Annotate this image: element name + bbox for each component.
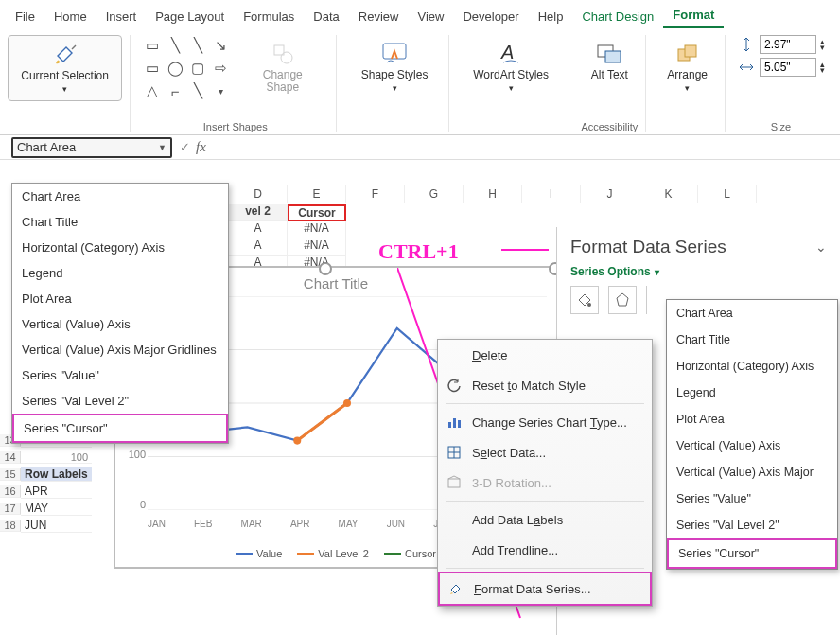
shape-styles-button[interactable]: Shape Styles ▾ <box>348 35 441 99</box>
dropdown-item[interactable]: Vertical (Value) Axis Major <box>667 459 837 485</box>
dropdown-item[interactable]: Series "Value" <box>667 485 837 512</box>
tab-page-layout[interactable]: Page Layout <box>146 6 234 27</box>
context-menu-item[interactable]: Reset to Match Style <box>438 370 652 400</box>
dropdown-item[interactable]: Horizontal (Category) Axis <box>667 353 837 379</box>
wordart-styles-button[interactable]: A WordArt Styles ▾ <box>461 35 562 99</box>
dropdown-item[interactable]: Series "Val Level 2" <box>12 388 228 414</box>
cell[interactable]: 100 <box>21 451 92 464</box>
line-icon[interactable]: ╲ <box>165 35 185 56</box>
name-box[interactable]: Chart Area ▼ <box>11 137 172 158</box>
tab-help[interactable]: Help <box>529 6 573 27</box>
dropdown-item[interactable]: Series "Val Level 2" <box>667 512 837 538</box>
dropdown-item[interactable]: Series "Cursor" <box>12 414 228 443</box>
cell[interactable]: #N/A <box>288 221 346 238</box>
line2-icon[interactable]: ╲ <box>187 35 208 56</box>
fx-icon[interactable]: ✓ <box>180 140 190 154</box>
cell[interactable]: JUN <box>21 519 92 533</box>
series-options-dropdown[interactable]: Chart AreaChart TitleHorizontal (Categor… <box>666 299 838 570</box>
dropdown-item[interactable]: Horizontal (Category) Axis <box>12 235 228 260</box>
context-menu-item[interactable]: Delete <box>438 340 652 370</box>
cell[interactable]: #N/A <box>288 238 346 256</box>
dropdown-item[interactable]: Plot Area <box>12 286 228 311</box>
dropdown-item[interactable]: Series "Value" <box>12 362 228 388</box>
dropdown-item[interactable]: Vertical (Value) Axis <box>667 432 837 459</box>
dropdown-item[interactable]: Series "Cursor" <box>667 538 837 569</box>
tab-chart-design[interactable]: Chart Design <box>572 6 663 27</box>
spinner-icon[interactable]: ▴▾ <box>820 62 825 74</box>
elbow-icon[interactable]: ⌐ <box>165 80 185 101</box>
tab-file[interactable]: File <box>6 6 44 27</box>
chevron-down-icon[interactable]: ⌄ <box>815 239 827 255</box>
textbox-icon[interactable]: ▭ <box>142 35 163 56</box>
dropdown-item[interactable]: Vertical (Value) Axis <box>12 311 228 337</box>
tab-data[interactable]: Data <box>304 6 348 27</box>
more-icon[interactable]: ▾ <box>210 80 231 101</box>
roundrect-icon[interactable]: ▢ <box>187 58 208 79</box>
rect-icon[interactable]: ▭ <box>142 58 163 79</box>
chart-element-dropdown[interactable]: Chart AreaChart TitleHorizontal (Categor… <box>11 183 229 444</box>
row-header[interactable]: 18 <box>0 520 21 532</box>
tab-formulas[interactable]: Formulas <box>234 6 304 27</box>
legend-item[interactable]: Val Level 2 <box>297 548 369 559</box>
row-header[interactable]: 16 <box>0 485 21 498</box>
cell[interactable]: A <box>229 221 288 238</box>
cell[interactable]: Row Labels <box>21 467 92 482</box>
fill-icon[interactable] <box>570 286 599 314</box>
col-header[interactable]: H <box>464 185 522 203</box>
tab-view[interactable]: View <box>408 6 453 27</box>
tab-review[interactable]: Review <box>349 6 409 27</box>
context-menu-item[interactable]: Change Series Chart Type... <box>438 407 652 437</box>
tri-icon[interactable]: △ <box>142 80 163 101</box>
alt-text-button[interactable]: Alt Text <box>582 35 638 87</box>
col-header[interactable]: F <box>346 185 405 203</box>
dropdown-item[interactable]: Chart Area <box>667 300 837 326</box>
height-input[interactable] <box>760 35 816 54</box>
dropdown-item[interactable]: Plot Area <box>667 406 837 432</box>
col-header[interactable]: D <box>229 185 288 203</box>
dropdown-item[interactable]: Legend <box>12 260 228 286</box>
cell[interactable]: MAY <box>21 502 92 516</box>
cell[interactable]: APR <box>21 485 92 499</box>
col-header[interactable]: L <box>698 185 757 203</box>
line3-icon[interactable]: ╲ <box>187 80 208 101</box>
col-header[interactable]: K <box>639 185 698 203</box>
effects-icon[interactable] <box>608 286 637 314</box>
dropdown-item[interactable]: Vertical (Value) Axis Major Gridlines <box>12 337 228 362</box>
row-header[interactable]: 15 <box>0 468 21 481</box>
row-header[interactable]: 17 <box>0 503 21 515</box>
context-menu-item[interactable]: Select Data... <box>438 437 652 467</box>
context-menu-item[interactable]: Add Trendline... <box>438 535 652 565</box>
legend-item[interactable]: Cursor <box>384 548 436 559</box>
col-header[interactable]: J <box>581 185 639 203</box>
tab-home[interactable]: Home <box>44 6 96 27</box>
dropdown-item[interactable]: Chart Title <box>667 326 837 353</box>
series-options-label[interactable]: Series Options ▾ <box>570 265 827 278</box>
legend-item[interactable]: Value <box>236 548 282 559</box>
arrowr-icon[interactable]: ⇨ <box>210 58 231 79</box>
tab-format[interactable]: Format <box>663 4 724 28</box>
tab-developer[interactable]: Developer <box>453 6 528 27</box>
oval-icon[interactable]: ◯ <box>165 58 185 79</box>
current-selection-button[interactable]: Current Selection ▾ <box>8 35 122 101</box>
context-menu-item[interactable]: Format Data Series... <box>438 572 652 606</box>
dropdown-item[interactable]: Chart Area <box>12 184 228 209</box>
series-options-icon[interactable] <box>646 286 659 314</box>
shape-gallery[interactable]: ▭ ╲ ╲ ↘ ▭ ◯ ▢ ⇨ △ ⌐ ╲ ▾ <box>142 35 231 101</box>
col-header[interactable]: G <box>405 185 464 203</box>
spinner-icon[interactable]: ▴▾ <box>820 39 825 51</box>
context-menu-item[interactable]: Add Data Labels <box>438 504 652 535</box>
dropdown-item[interactable]: Chart Title <box>12 209 228 235</box>
arrange-button[interactable]: Arrange▾ <box>657 35 717 99</box>
dropdown-item[interactable]: Legend <box>667 379 837 406</box>
col-header[interactable]: E <box>288 185 346 203</box>
chart-context-menu[interactable]: DeleteReset to Match StyleChange Series … <box>437 339 653 607</box>
arrow-icon[interactable]: ↘ <box>210 35 231 56</box>
width-input[interactable] <box>760 58 816 77</box>
col-header[interactable]: I <box>522 185 581 203</box>
row-header[interactable]: 14 <box>0 451 21 464</box>
cell[interactable]: A <box>229 238 288 256</box>
cell[interactable]: Cursor <box>288 204 346 221</box>
chevron-down-icon[interactable]: ▼ <box>158 143 166 152</box>
cell[interactable]: vel 2 <box>229 204 288 221</box>
tab-insert[interactable]: Insert <box>96 6 147 27</box>
